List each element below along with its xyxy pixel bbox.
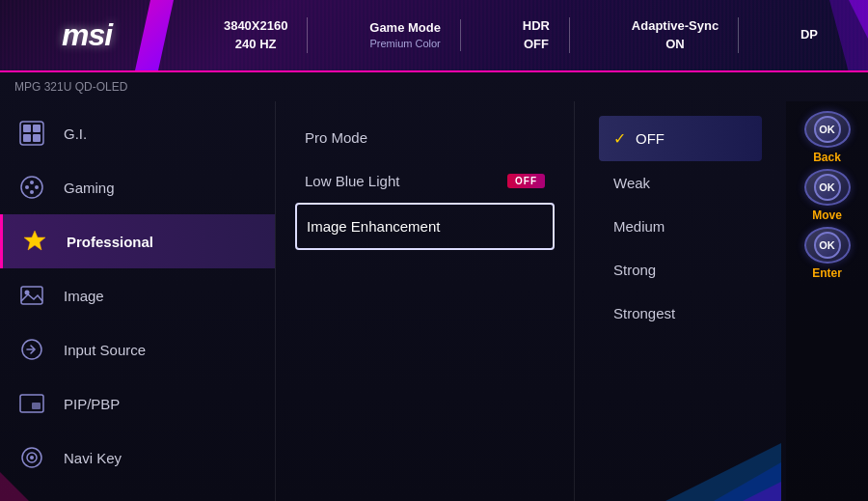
enter-button[interactable]: OK Enter xyxy=(800,227,854,280)
option-item-weak[interactable]: Weak xyxy=(599,161,762,205)
input-icon xyxy=(14,332,49,367)
middle-panel: Pro Mode Low Blue Light OFF Image Enhanc… xyxy=(275,101,574,501)
svg-point-20 xyxy=(30,456,34,459)
stat-hdr: HDR OFF xyxy=(503,17,570,52)
svg-rect-3 xyxy=(23,125,31,132)
sidebar-item-input[interactable]: Input Source xyxy=(0,322,275,376)
back-btn-circle: OK xyxy=(804,111,851,148)
move-label: Move xyxy=(812,209,842,222)
sidebar-label-gi: G.I. xyxy=(64,125,87,142)
sidebar-label-navi: Navi Key xyxy=(64,450,122,466)
off-badge: OFF xyxy=(507,174,545,188)
move-btn-circle: OK xyxy=(804,169,851,206)
option-item-strong[interactable]: Strong xyxy=(599,248,762,292)
svg-point-11 xyxy=(30,190,34,194)
sidebar-item-professional[interactable]: Professional xyxy=(0,214,275,268)
move-button[interactable]: OK Move xyxy=(800,169,854,222)
svg-marker-12 xyxy=(24,231,45,250)
sidebar-item-image[interactable]: Image xyxy=(0,268,275,322)
enter-btn-circle: OK xyxy=(804,227,851,264)
msi-logo: msi xyxy=(62,17,112,53)
menu-item-image-enhancement[interactable]: Image Enhancement xyxy=(295,203,555,250)
menu-item-row-low-blue: Low Blue Light OFF xyxy=(305,173,545,189)
svg-point-8 xyxy=(25,185,29,189)
sidebar-item-navi[interactable]: Navi Key xyxy=(0,431,275,485)
right-controls: OK Back OK Move OK xyxy=(786,101,868,501)
svg-rect-5 xyxy=(23,134,31,142)
top-banner: msi 3840X2160 240 HZ Game Mode Premium C… xyxy=(0,0,868,72)
content-layout: G.I. Gaming xyxy=(0,101,868,501)
svg-point-9 xyxy=(35,185,39,189)
gi-icon xyxy=(14,116,49,151)
enter-label: Enter xyxy=(812,266,842,280)
scroll-down-arrow[interactable]: ▽ xyxy=(0,485,275,501)
star-icon xyxy=(17,224,52,259)
sidebar-item-gi[interactable]: G.I. xyxy=(0,106,275,160)
header-deco xyxy=(791,0,868,72)
svg-point-10 xyxy=(30,181,34,184)
move-btn-inner: OK xyxy=(814,174,841,201)
pip-icon xyxy=(14,386,49,421)
svg-point-7 xyxy=(21,177,42,198)
logo-area: msi xyxy=(0,0,174,70)
back-btn-inner: OK xyxy=(814,116,841,143)
sidebar: G.I. Gaming xyxy=(0,101,275,501)
back-label: Back xyxy=(813,151,841,164)
option-item-strongest[interactable]: Strongest xyxy=(599,292,762,335)
navi-icon xyxy=(14,440,49,475)
option-item-off[interactable]: ✓ OFF xyxy=(599,116,762,161)
svg-rect-17 xyxy=(32,403,41,409)
check-mark-icon: ✓ xyxy=(613,129,626,148)
stat-adaptive-sync: Adaptive-Sync ON xyxy=(612,17,739,52)
header-stats: 3840X2160 240 HZ Game Mode Premium Color… xyxy=(174,17,868,52)
sidebar-item-gaming[interactable]: Gaming xyxy=(0,160,275,214)
menu-item-pro-mode[interactable]: Pro Mode xyxy=(295,116,555,159)
enter-btn-inner: OK xyxy=(814,232,841,259)
sidebar-label-image: Image xyxy=(64,288,104,304)
sidebar-label-pip: PIP/PBP xyxy=(64,396,120,412)
svg-rect-4 xyxy=(33,125,41,132)
gaming-icon xyxy=(14,170,49,205)
main-content: MPG 321U QD-OLED G.I. xyxy=(0,72,868,501)
monitor-title: MPG 321U QD-OLED xyxy=(0,72,868,101)
logo-accent xyxy=(135,0,174,70)
sidebar-label-professional: Professional xyxy=(67,234,153,250)
back-button[interactable]: OK Back xyxy=(800,111,854,164)
sidebar-label-input: Input Source xyxy=(64,342,146,358)
menu-item-low-blue-light[interactable]: Low Blue Light OFF xyxy=(295,159,555,203)
sidebar-label-gaming: Gaming xyxy=(64,180,115,196)
option-item-medium[interactable]: Medium xyxy=(599,205,762,248)
sidebar-item-pip[interactable]: PIP/PBP xyxy=(0,376,275,431)
svg-rect-13 xyxy=(21,287,42,304)
right-options-panel: ✓ OFF Weak Medium Strong Strongest xyxy=(574,101,786,501)
image-icon xyxy=(14,278,49,313)
stat-game-mode: Game Mode Premium Color xyxy=(350,19,461,52)
stat-resolution: 3840X2160 240 HZ xyxy=(204,17,309,52)
svg-rect-6 xyxy=(33,134,41,142)
